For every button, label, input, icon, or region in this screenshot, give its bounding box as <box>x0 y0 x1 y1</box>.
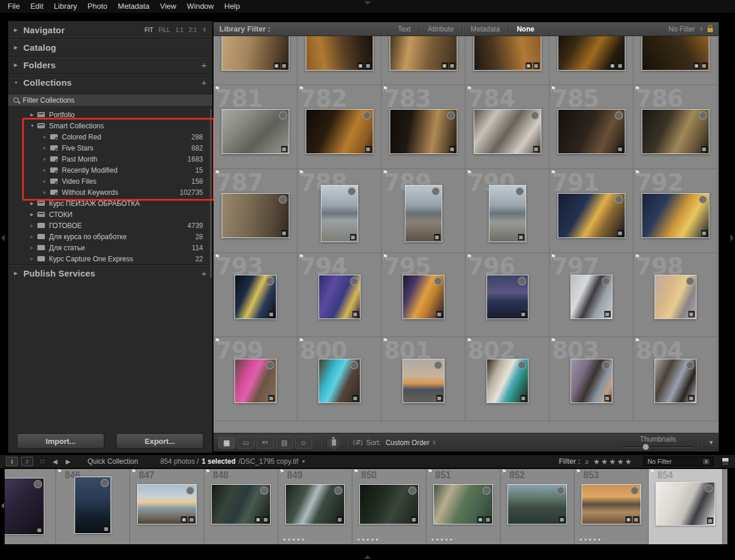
photo-thumbnail[interactable]: ▦ <box>405 185 442 242</box>
filmstrip-scroll-left-arrow[interactable] <box>1 503 4 509</box>
flag-icon[interactable]: ⚑ <box>467 169 472 176</box>
grid-cell[interactable]: ⚑786▦ <box>634 85 718 169</box>
collection-row[interactable]: ▼Smart Collections <box>8 120 212 131</box>
rating-operator[interactable]: ≥ <box>585 458 589 465</box>
grid-cell[interactable]: ⚑781▦ <box>214 85 298 169</box>
metadata-badge[interactable]: ▣ <box>694 62 700 69</box>
filter-tab-text[interactable]: Text <box>390 25 419 33</box>
collection-row[interactable]: ▶Курс ПЕЙЗАЖ ОБРАБОТКА <box>8 198 212 209</box>
flag-icon[interactable]: ⚑ <box>215 253 220 260</box>
edit-badge[interactable]: ▦ <box>617 230 624 236</box>
filter-collections-field[interactable]: Filter Collections <box>8 94 212 106</box>
flag-icon[interactable]: ⚑ <box>383 169 388 176</box>
preset-spinner-icon[interactable]: ⇕ <box>699 26 704 32</box>
rotate-badge[interactable] <box>516 187 524 195</box>
metadata-badge[interactable]: ▣ <box>625 516 632 523</box>
photo-thumbnail[interactable]: ▦ <box>558 193 625 238</box>
photo-thumbnail[interactable]: ▦ <box>359 484 419 524</box>
flag-icon[interactable]: ⚑ <box>383 337 388 344</box>
edit-badge[interactable]: ▦ <box>688 311 695 317</box>
edit-badge[interactable]: ▦ <box>411 516 417 523</box>
photo-thumbnail[interactable]: ▦ <box>402 359 444 403</box>
rotate-badge[interactable] <box>686 361 694 369</box>
filmstrip-cell[interactable]: ⚑848▣▦ <box>204 469 278 544</box>
metadata-badge[interactable]: ▣ <box>255 516 261 523</box>
metadata-badge[interactable]: ▣ <box>610 62 616 69</box>
caret-right-icon[interactable]: ▶ <box>30 223 37 228</box>
add-folder-button[interactable]: + <box>201 61 206 69</box>
edit-badge[interactable]: ▦ <box>281 230 288 236</box>
navigator-header[interactable]: ▶ Navigator FITFILL1:12:1⇕ <box>8 21 212 38</box>
thumbnail-size-slider[interactable] <box>624 443 692 450</box>
rotate-badge[interactable] <box>447 111 455 120</box>
edit-badge[interactable]: ▦ <box>701 62 708 69</box>
edit-badge[interactable]: ▦ <box>36 527 43 533</box>
edit-badge[interactable]: ▦ <box>688 395 695 401</box>
grid-cell[interactable]: ⚑798▦ <box>634 253 718 337</box>
grid-cell[interactable]: ▣▦ <box>634 36 718 85</box>
grid-cell[interactable]: ⚑793▦ <box>214 253 298 337</box>
edit-badge[interactable]: ▦ <box>103 526 110 532</box>
photo-thumbnail[interactable]: ▦ <box>402 275 444 319</box>
source-indicator[interactable]: Quick Collection <box>88 457 138 466</box>
photo-thumbnail[interactable]: ▣▦ <box>390 36 457 71</box>
photo-thumbnail[interactable]: ▦ <box>654 275 696 319</box>
flag-icon[interactable]: ⚑ <box>299 85 304 92</box>
flag-icon[interactable]: ⚑ <box>428 469 432 474</box>
edit-badge[interactable]: ▦ <box>436 311 443 317</box>
sort-value[interactable]: Custom Order <box>386 439 429 447</box>
rotate-badge[interactable] <box>615 195 623 204</box>
photo-thumbnail[interactable]: ▦ <box>656 482 715 526</box>
edit-badge[interactable]: ▦ <box>365 62 372 69</box>
caret-right-icon[interactable]: ▶ <box>30 235 37 239</box>
flag-icon[interactable]: ⚑ <box>299 337 304 344</box>
metadata-badge[interactable]: ▣ <box>526 62 532 69</box>
filter-tab-metadata[interactable]: Metadata <box>463 25 508 33</box>
flag-icon[interactable]: ⚑ <box>576 469 580 474</box>
metadata-badge[interactable]: ▣ <box>181 516 187 523</box>
rotate-badge[interactable] <box>602 277 610 285</box>
photo-thumbnail[interactable]: ▦ <box>558 109 625 154</box>
edit-badge[interactable]: ▦ <box>604 395 611 401</box>
navigator-zoom-fill[interactable]: FILL <box>159 27 170 33</box>
edit-badge[interactable]: ▦ <box>365 146 372 152</box>
edit-badge[interactable]: ▦ <box>520 395 527 401</box>
menu-photo[interactable]: Photo <box>82 0 113 13</box>
edit-badge[interactable]: ▦ <box>485 516 491 523</box>
grid-cell[interactable]: ⚑803▦ <box>550 337 634 421</box>
rotate-badge[interactable] <box>350 361 358 369</box>
flag-icon[interactable]: ⚑ <box>551 85 556 92</box>
grid-view-button[interactable]: ▦ <box>218 437 235 449</box>
flag-icon[interactable]: ⚑ <box>131 469 136 474</box>
rotate-badge[interactable] <box>266 361 274 369</box>
navigator-zoom-2:1[interactable]: 2:1 <box>189 27 197 33</box>
rotate-badge[interactable] <box>279 111 287 120</box>
flag-icon[interactable]: ⚑ <box>205 469 210 474</box>
rotate-badge[interactable] <box>699 195 707 204</box>
painter-tool-button[interactable] <box>327 436 341 450</box>
photo-thumbnail[interactable]: ▦ <box>570 359 612 403</box>
caret-right-icon[interactable]: ▶ <box>43 190 50 195</box>
photo-thumbnail[interactable]: ▦ <box>487 359 528 403</box>
photo-thumbnail[interactable]: ▦ <box>318 275 360 319</box>
left-panel-scrollbar[interactable] <box>210 108 212 278</box>
collection-row[interactable]: ▶СТОКИ <box>8 209 212 220</box>
survey-view-button[interactable]: ▤ <box>276 437 293 449</box>
slider-knob[interactable] <box>642 443 649 450</box>
publish-services-header[interactable]: ▶ Publish Services + <box>8 264 212 282</box>
rotate-badge[interactable] <box>518 277 526 285</box>
rotate-badge[interactable] <box>482 487 491 495</box>
filmstrip-cell[interactable]: ⚑852▦ <box>501 469 575 544</box>
edit-badge[interactable]: ▦ <box>281 62 288 69</box>
flag-icon[interactable]: ⚑ <box>354 469 358 474</box>
rotate-badge[interactable] <box>615 111 623 120</box>
menu-view[interactable]: View <box>155 0 181 13</box>
filmstrip-cell[interactable]: ⚑851▣▦★★★★★ <box>426 469 501 544</box>
sort-spinner-icon[interactable]: ⇕ <box>432 440 436 446</box>
photo-thumbnail[interactable]: ▣▦ <box>642 36 709 71</box>
rotate-badge[interactable] <box>334 487 342 495</box>
caret-right-icon[interactable]: ▶ <box>30 201 37 206</box>
edit-badge[interactable]: ▦ <box>701 146 708 152</box>
caret-right-icon[interactable]: ▶ <box>30 246 37 250</box>
rotate-badge[interactable] <box>186 487 194 495</box>
